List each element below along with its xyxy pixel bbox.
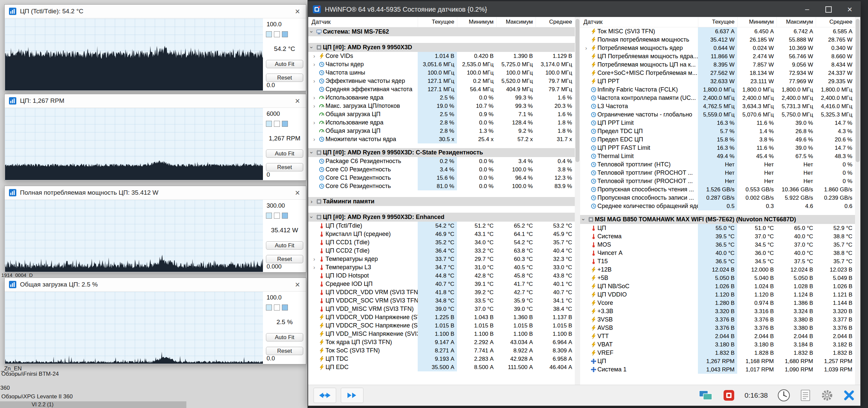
sensor-row[interactable]: Кристалл ЦП (среднее)46.9 °C43.1 °C64.1 …: [308, 230, 575, 238]
graph-line-color-swatch[interactable]: [282, 305, 288, 311]
graph-bg-color-swatch[interactable]: [266, 213, 272, 219]
column-header-sensor[interactable]: Датчик: [308, 19, 418, 26]
sensor-row[interactable]: ЦП NB/SoC1.026 В1.024 В1.028 В1.026 В: [580, 282, 855, 290]
sensor-row[interactable]: ЦП IOD Hotspot44.8 °C42.8 °C45.8 °C43.8 …: [308, 272, 575, 280]
expand-chevron-icon[interactable]: ›: [311, 256, 317, 262]
graph-window-titlebar[interactable]: ЦП (Tctl/Tdie): 54.2 °C ×: [5, 5, 306, 18]
report-icon[interactable]: [800, 389, 811, 402]
sensor-row[interactable]: Core C1 Резидентность15.6 %0.0 %96.4 %12…: [308, 174, 575, 182]
sensor-group-header[interactable]: ›ЦП [#0]: AMD Ryzen 9 9950X3D: Enhanced: [308, 213, 575, 222]
close-icon[interactable]: ×: [839, 2, 860, 17]
sensor-row[interactable]: Чипсет A40.0 °C36.0 °C40.0 °C38.8 °C: [580, 249, 855, 257]
graph-window-titlebar[interactable]: ЦП: 1,267 RPM ×: [5, 94, 306, 108]
desktop-file-label[interactable]: Обзоры\XPG Levante II 360: [1, 394, 72, 400]
close-icon[interactable]: ×: [293, 189, 302, 197]
clock-icon[interactable]: [777, 389, 790, 402]
sensor-row[interactable]: 3VSB3.376 В3.376 В3.380 В3.377 В: [580, 315, 855, 324]
expand-chevron-icon[interactable]: ›: [311, 53, 317, 59]
sensor-row[interactable]: VTT2.044 В2.044 В2.044 В2.044 В: [580, 332, 855, 340]
sensor-row[interactable]: L3 Частота4,762.5 МГц3,634.3 МГц5,731.3 …: [580, 102, 855, 111]
sensor-row[interactable]: ЦП EDC35.500 А8.500 А111.500 А46.404 А: [308, 363, 575, 371]
reset-button[interactable]: Reset: [266, 73, 303, 82]
graph-window-titlebar[interactable]: Полная потребляемая мощность ЦП: 35.412 …: [5, 186, 306, 200]
sensor-row[interactable]: Частота шины100.0 МГц100.0 МГц100.0 МГц1…: [308, 68, 575, 77]
sensor-row[interactable]: ЦП VDD_MISC VRM (SVI3 TFN)39.0 °C37.0 °C…: [308, 305, 575, 313]
auto-fit-button[interactable]: Auto Fit: [266, 150, 303, 158]
sensor-row[interactable]: Core C6 Резидентность81.0 %0.0 %100.0 %8…: [308, 182, 575, 190]
column-header-maximum[interactable]: Максимум: [496, 17, 535, 27]
graph-bg-color-swatch[interactable]: [266, 305, 272, 311]
sensor-group-header[interactable]: ›Система: MSI MS-7E62: [308, 27, 575, 36]
sensor-row[interactable]: Предел EDC ЦП15.8 %3.8 %49.6 %20.6 %: [580, 135, 855, 144]
sensor-row[interactable]: ЦП PPT FAST Limit16.3 %11.6 %39.0 %14.7 …: [580, 144, 855, 152]
alerts-icon[interactable]: [722, 389, 735, 402]
column-header-current[interactable]: Текущее: [418, 17, 457, 27]
sensor-row[interactable]: T1536.5 °C34.5 °C37.5 °C35.7 °C: [580, 257, 855, 265]
sensor-row[interactable]: Тепловой троттлинг (HTC)НетНетНет0 %: [580, 160, 855, 169]
column-header-minimum[interactable]: Минимум: [737, 17, 776, 27]
expand-chevron-icon[interactable]: ›: [311, 136, 317, 142]
reset-button[interactable]: Reset: [266, 255, 303, 263]
sensor-row[interactable]: ЦП Потребляемая мощность ядра...11.866 W…: [580, 52, 855, 61]
sensor-row[interactable]: ›Множители частоты ядра30.5 x25.4 x57.2 …: [308, 135, 575, 144]
sensor-row[interactable]: Среднее количество обращений ядер0.50.34…: [580, 202, 855, 210]
column-header-average[interactable]: Среднее: [535, 17, 575, 27]
graph-grid-color-swatch[interactable]: [274, 305, 280, 311]
reset-button[interactable]: Reset: [266, 347, 303, 355]
move-value-left-button[interactable]: [313, 388, 336, 403]
graph-line-color-swatch[interactable]: [282, 31, 288, 37]
sensor-row[interactable]: ЦП PPT Limit16.3 %11.6 %39.0 %14.7 %: [580, 119, 855, 127]
graph-bg-color-swatch[interactable]: [266, 121, 272, 127]
expand-chevron-icon[interactable]: ›: [311, 95, 317, 100]
sensor-group-header[interactable]: ›ЦП [#0]: AMD Ryzen 9 9950X3D: C-State Р…: [308, 148, 575, 157]
sensor-group-header[interactable]: ›MSI MAG B850 TOMAHAWK MAX WIFI (MS-7E62…: [580, 215, 855, 224]
sensor-row[interactable]: ЦП VDDCR_SOC Напряжение (SV...1.015 В1.0…: [308, 321, 575, 330]
sensor-row[interactable]: Средняя эффективная частота127.1 МГц56.4…: [308, 85, 575, 94]
collapse-chevron-icon[interactable]: ›: [309, 214, 314, 221]
sensor-row[interactable]: ЦП1,267 RPM1,168 RPM1,680 RPM1,257 RPM: [580, 357, 855, 366]
sensor-row[interactable]: Ток MISC (SVI3 TFN)6.637 А6.450 А6.742 А…: [580, 27, 855, 36]
expand-chevron-icon[interactable]: ›: [308, 199, 315, 204]
expand-chevron-icon[interactable]: ›: [311, 78, 317, 84]
sensor-row[interactable]: ›Core VIDs1.014 В0.420 В1.390 В1.129 В: [308, 52, 575, 60]
graph-grid-color-swatch[interactable]: [274, 31, 280, 37]
sensor-row[interactable]: ›Температуры ядер33.7 °C29.7 °C60.3 °C32…: [308, 255, 575, 263]
minimize-icon[interactable]: –: [797, 2, 818, 17]
graph-grid-color-swatch[interactable]: [274, 121, 280, 127]
sensor-row[interactable]: MOS36.5 °C34.5 °C37.0 °C35.7 °C: [580, 241, 855, 249]
sensor-row[interactable]: Среднее IOD ЦП40.7 °C39.1 °C41.7 °C40.1 …: [308, 280, 575, 288]
sensor-row[interactable]: ЦП CCD2 (Tdie)36.4 °C33.2 °C63.8 °C40.4 …: [308, 247, 575, 255]
sensor-row[interactable]: ›Эффективные частоты ядер127.1 МГц0.2 МГ…: [308, 77, 575, 85]
sensor-row[interactable]: ›Макс. загрузка ЦП/потоков19.0 %10.7 %99…: [308, 102, 575, 110]
sensor-row[interactable]: Общая загрузка ЦП2.5 %0.9 %7.1 %1.6 %: [308, 110, 575, 119]
graph-line-color-swatch[interactable]: [282, 121, 288, 127]
expand-chevron-icon[interactable]: ›: [311, 103, 317, 109]
sensor-row[interactable]: ЦП VDDCR_VDD Напряжение (SV...1.225 В1.0…: [308, 313, 575, 321]
graph-window-titlebar[interactable]: Общая загрузка ЦП: 2.5 % ×: [5, 278, 306, 291]
sensor-row[interactable]: ›Потребляемая мощность ядер0.644 W0.024 …: [580, 44, 855, 52]
sensor-row[interactable]: Ток SoC (SVI3 TFN)8.271 А7.741 А8.922 А8…: [308, 346, 575, 355]
collapse-chevron-icon[interactable]: ›: [309, 150, 314, 156]
sensor-row[interactable]: ЦП CCD1 (Tdie)35.2 °C34.0 °C54.2 °C35.7 …: [308, 238, 575, 247]
sensor-row[interactable]: +5В5.050 В5.040 В5.050 В5.049 В: [580, 274, 855, 282]
collapse-chevron-icon[interactable]: ›: [309, 29, 314, 35]
sensor-row[interactable]: +12В12.024 В12.000 В12.024 В12.023 В: [580, 265, 855, 274]
auto-fit-button[interactable]: Auto Fit: [266, 241, 303, 250]
graph-bg-color-swatch[interactable]: [266, 31, 272, 37]
sensor-windows-icon[interactable]: [699, 389, 713, 401]
column-header-maximum[interactable]: Максимум: [776, 17, 816, 27]
sensor-row[interactable]: Ток ядра ЦП (SVI3 TFN)9.147 А2.292 А43.0…: [308, 338, 575, 346]
auto-fit-button[interactable]: Auto Fit: [266, 60, 303, 68]
sensor-row[interactable]: Предел TDC ЦП5.7 %1.4 %26.8 %4.3 %: [580, 127, 855, 135]
sensor-row[interactable]: ЦП VDDCR_VDD VRM (SVI3 TFN)41.8 °C39.2 °…: [308, 288, 575, 296]
sensor-row[interactable]: Infinity Fabric Частота (FCLK)1,800.0 МГ…: [580, 86, 855, 94]
expand-chevron-icon[interactable]: ›: [311, 120, 317, 125]
close-icon[interactable]: ×: [293, 7, 302, 15]
sensor-row[interactable]: Система 11,043 RPM1,017 RPM1,090 RPM1,03…: [580, 366, 855, 374]
sensor-row[interactable]: ЦП TDC9.193 А2.283 А42.928 А6.958 А: [308, 355, 575, 363]
sensor-row[interactable]: ЦП (Tctl/Tdie)54.2 °C51.2 °C65.2 °C53.2 …: [308, 222, 575, 230]
desktop-file-label[interactable]: 1914_0004_D: [1, 272, 33, 278]
close-sensors-icon[interactable]: [843, 389, 855, 401]
maximize-icon[interactable]: [818, 2, 839, 17]
sensor-row[interactable]: ›Использование ядра2.5 %0.0 %99.3 %1.6 %: [308, 94, 575, 102]
